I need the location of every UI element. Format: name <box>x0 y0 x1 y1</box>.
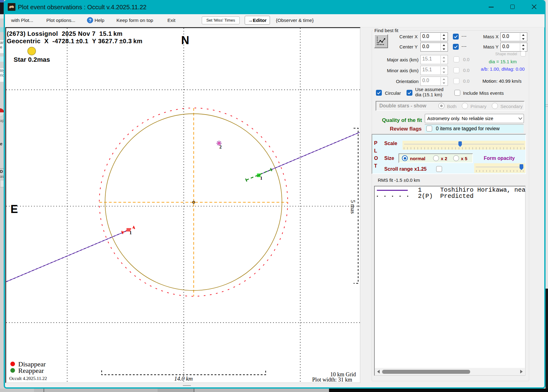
svg-text:Plot width: 31 km: Plot width: 31 km <box>312 377 352 382</box>
svg-text:1: 1 <box>260 176 263 181</box>
svg-text:5 mas: 5 mas <box>350 200 356 214</box>
svg-text:Geocentric X -4728.1 ±0.1 Y: Geocentric X -4728.1 ±0.1 Y 3627.7 ±0.3 … <box>7 38 142 44</box>
svg-text:?: ? <box>89 18 91 23</box>
svg-text:Occult 4.2025.11.22: Occult 4.2025.11.22 <box>9 376 47 381</box>
svg-text:N: N <box>181 34 189 47</box>
svg-text:14.0 km: 14.0 km <box>174 375 193 382</box>
svg-text:(2673) Lossignol 2025 Nov 7: (2673) Lossignol 2025 Nov 7 15.1 km <box>7 30 123 37</box>
svg-text:2: 2 <box>219 144 222 149</box>
svg-text:Reappear: Reappear <box>18 367 44 374</box>
svg-text:1: 1 <box>129 230 132 235</box>
svg-text:Star 0.2mas: Star 0.2mas <box>14 56 50 63</box>
svg-text:E: E <box>11 203 18 215</box>
